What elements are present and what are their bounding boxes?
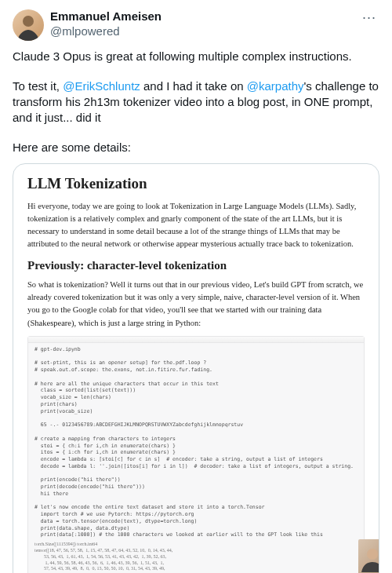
colab-code: # gpt-dev.ipynb # set-ptint, this is an …	[34, 346, 354, 538]
article-preview: LLM Tokenization Hi everyone, today we a…	[13, 164, 379, 573]
tweet-header: Emmanuel Ameisen @mlpowered ···	[13, 9, 379, 41]
colab-screenshot: # gpt-dev.ipynb # set-ptint, this is an …	[27, 336, 365, 573]
svg-point-1	[367, 549, 378, 560]
article-p2: So what is tokenization? Well it turns o…	[27, 279, 365, 330]
tweet-p2: To test it, @ErikSchluntz and I had it t…	[13, 78, 379, 126]
avatar[interactable]	[13, 9, 44, 41]
author-names[interactable]: Emmanuel Ameisen @mlpowered	[50, 9, 353, 39]
colab-toolbar	[28, 337, 364, 343]
mention-karpathy[interactable]: @karpathy	[247, 79, 304, 93]
display-name: Emmanuel Ameisen	[50, 9, 353, 24]
colab-output: torch.Size([1115394]) torch.int64 tensor…	[34, 542, 354, 573]
tweet-body: Claude 3 Opus is great at following mult…	[13, 49, 379, 155]
article-intro: Hi everyone, today we are going to look …	[27, 200, 365, 251]
presenter-thumb	[358, 539, 379, 573]
mention-erik[interactable]: @ErikSchluntz	[63, 79, 140, 93]
tweet-p1: Claude 3 Opus is great at following mult…	[13, 49, 379, 64]
svg-point-0	[23, 16, 34, 27]
article-title: LLM Tokenization	[27, 175, 365, 192]
tweet-container: Emmanuel Ameisen @mlpowered ··· Claude 3…	[0, 0, 392, 573]
handle: @mlpowered	[50, 24, 353, 39]
tweet-p3: Here are some details:	[13, 140, 379, 155]
article-h2: Previously: character-level tokenization	[27, 259, 365, 272]
media-gif[interactable]: LLM Tokenization Hi everyone, today we a…	[13, 163, 379, 573]
more-icon[interactable]: ···	[359, 9, 379, 26]
